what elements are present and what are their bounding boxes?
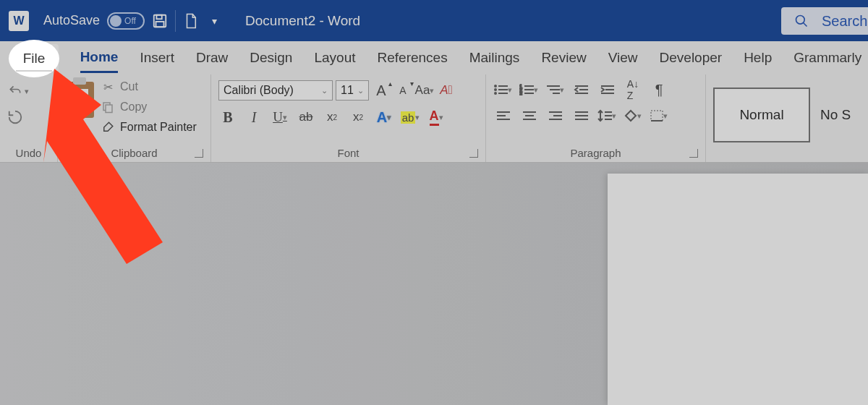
font-name-value: Calibri (Body)	[224, 84, 294, 97]
decrease-font-icon[interactable]: A▾	[393, 81, 412, 100]
tab-layout[interactable]: Layout	[314, 44, 355, 72]
autosave-label: AutoSave	[43, 13, 100, 28]
ribbon: ▾ Undo ✂ Cut Copy Format	[0, 74, 868, 163]
tab-grammarly[interactable]: Grammarly	[793, 44, 861, 72]
group-undo: ▾ Undo	[0, 74, 58, 162]
chevron-down-icon: ⌄	[321, 86, 328, 95]
paintbrush-icon	[100, 119, 116, 135]
search-box[interactable]: Search	[781, 7, 868, 35]
ribbon-tabs: File Home Insert Draw Design Layout Refe…	[0, 41, 868, 74]
tab-help[interactable]: Help	[744, 44, 772, 72]
title-bar: W AutoSave Off ▾ Document2 - Word Search	[0, 0, 868, 41]
align-right-button[interactable]	[545, 106, 564, 125]
svg-rect-43	[651, 111, 663, 121]
font-name-combo[interactable]: Calibri (Body)⌄	[218, 80, 333, 101]
svg-point-3	[796, 16, 805, 25]
autosave-control[interactable]: AutoSave Off	[43, 12, 145, 30]
tab-home[interactable]: Home	[80, 43, 119, 73]
text-effects-button[interactable]: A▾	[375, 108, 393, 127]
tab-insert[interactable]: Insert	[140, 44, 174, 72]
increase-indent-button[interactable]	[597, 80, 616, 99]
document-icon[interactable]	[183, 13, 199, 29]
svg-text:3: 3	[519, 91, 522, 95]
autosave-state: Off	[124, 16, 136, 26]
group-clipboard: ✂ Cut Copy Format Painter Clipboard	[58, 74, 211, 162]
redo-icon	[7, 109, 23, 125]
svg-point-6	[495, 85, 496, 87]
justify-button[interactable]	[571, 106, 590, 125]
group-font: Calibri (Body)⌄ 11⌄ A▴ A▾ Aa▾ A⃠ B I U▾ …	[211, 74, 486, 162]
undo-icon	[7, 83, 23, 99]
word-app-icon: W	[9, 11, 29, 31]
font-size-value: 11	[341, 84, 354, 97]
tab-draw[interactable]: Draw	[196, 44, 228, 72]
align-left-button[interactable]	[493, 106, 512, 125]
tab-view[interactable]: View	[608, 44, 638, 72]
highlight-button[interactable]: ab▾	[401, 108, 420, 127]
svg-line-4	[804, 23, 807, 27]
chevron-down-icon[interactable]: ▾	[25, 87, 29, 96]
underline-button[interactable]: U▾	[271, 108, 289, 127]
subscript-button[interactable]: x2	[323, 108, 341, 127]
document-page[interactable]	[608, 174, 868, 405]
style-normal[interactable]: Normal	[713, 88, 810, 142]
svg-rect-5	[106, 105, 112, 113]
show-paragraph-marks-button[interactable]: ¶	[650, 80, 668, 99]
toggle-knob	[110, 15, 122, 27]
group-label-font: Font	[218, 147, 478, 161]
dialog-launcher-icon[interactable]	[469, 149, 478, 158]
tab-mailings[interactable]: Mailings	[469, 44, 520, 72]
superscript-button[interactable]: x2	[349, 108, 367, 127]
redo-button[interactable]	[7, 109, 23, 125]
align-center-button[interactable]	[519, 106, 538, 125]
spotlight-label: File	[23, 51, 46, 67]
scissors-icon: ✂	[100, 79, 116, 95]
tab-design[interactable]: Design	[250, 44, 292, 72]
document-title: Document2 - Word	[245, 13, 360, 29]
change-case-icon[interactable]: Aa▾	[415, 81, 434, 100]
cut-label: Cut	[120, 80, 138, 93]
copy-button[interactable]: Copy	[100, 99, 197, 115]
dialog-launcher-icon[interactable]	[689, 149, 698, 158]
format-painter-label: Format Painter	[120, 121, 197, 134]
dialog-launcher-icon[interactable]	[195, 149, 203, 158]
numbering-button[interactable]: 123▾	[519, 80, 538, 99]
tutorial-spotlight-file[interactable]: File	[9, 40, 59, 77]
tab-references[interactable]: References	[378, 44, 448, 72]
format-painter-button[interactable]: Format Painter	[100, 119, 197, 135]
group-label-undo: Undo	[7, 147, 50, 161]
group-label-clipboard: Clipboard	[65, 147, 203, 161]
sort-button[interactable]: A↓Z	[624, 80, 642, 99]
bullets-button[interactable]: ▾	[493, 80, 512, 99]
autosave-toggle[interactable]: Off	[107, 12, 145, 30]
chevron-down-icon: ⌄	[357, 86, 364, 95]
svg-rect-2	[156, 21, 164, 26]
tab-review[interactable]: Review	[541, 44, 586, 72]
italic-button[interactable]: I	[244, 108, 263, 127]
copy-icon	[100, 99, 116, 115]
strikethrough-button[interactable]: ab	[297, 108, 315, 127]
decrease-indent-button[interactable]	[571, 80, 590, 99]
search-placeholder: Search	[822, 13, 867, 30]
group-paragraph: ▾ 123▾ ▾ A↓Z ¶ ▾ ▾ ▾ Paragraph	[486, 74, 706, 162]
quick-access-dropdown-icon[interactable]: ▾	[206, 13, 222, 29]
shading-button[interactable]: ▾	[624, 106, 642, 125]
font-color-button[interactable]: A▾	[427, 108, 446, 127]
borders-button[interactable]: ▾	[650, 106, 668, 125]
multilevel-list-button[interactable]: ▾	[545, 80, 564, 99]
cut-button[interactable]: ✂ Cut	[100, 79, 197, 95]
line-spacing-button[interactable]: ▾	[597, 106, 616, 125]
undo-button[interactable]: ▾	[7, 83, 29, 99]
style-no-spacing[interactable]: No S	[820, 107, 856, 123]
svg-point-8	[495, 89, 496, 90]
tab-developer[interactable]: Developer	[660, 44, 723, 72]
paste-button[interactable]	[65, 82, 94, 118]
group-label-paragraph: Paragraph	[493, 147, 698, 161]
font-size-combo[interactable]: 11⌄	[336, 80, 369, 101]
bold-button[interactable]: B	[218, 108, 237, 127]
increase-font-icon[interactable]: A▴	[372, 81, 391, 100]
copy-label: Copy	[120, 101, 147, 114]
save-icon[interactable]	[152, 13, 168, 29]
clear-formatting-icon[interactable]: A⃠	[437, 81, 456, 100]
svg-point-10	[495, 93, 496, 94]
